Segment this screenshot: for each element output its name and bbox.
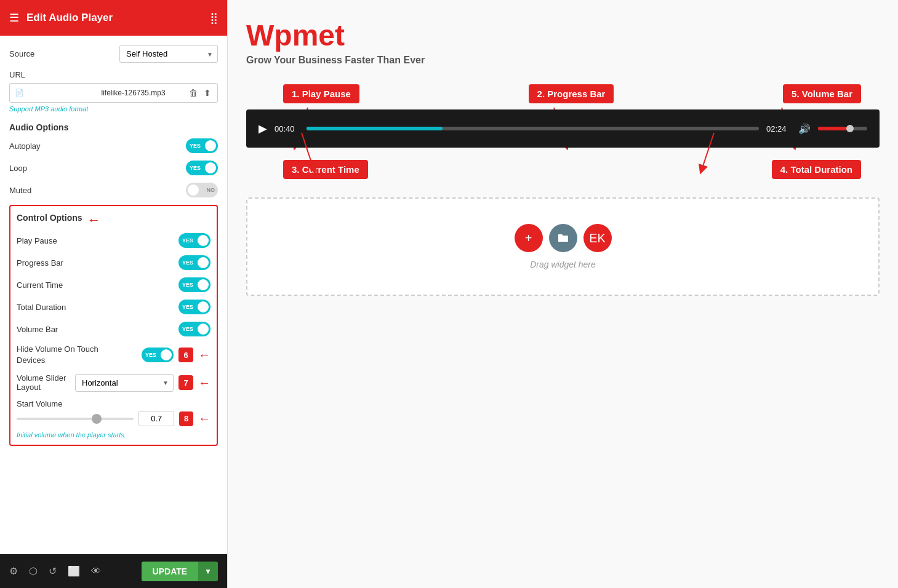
eye-icon[interactable]: 👁 [91, 566, 101, 577]
control-options-title: Control Options [17, 213, 82, 223]
sidebar-content: Source Self Hosted URL 📄 lifelike-126735… [0, 36, 227, 554]
current-time-toggle[interactable]: YES [178, 277, 210, 292]
update-arrow-button[interactable]: ▼ [198, 562, 218, 581]
volume-slider-layout-label: Volume Slider Layout [17, 373, 75, 392]
top-annotations: 1. Play Pause 2. Progress Bar 5. Volume … [246, 84, 880, 103]
bottom-annotations: 3. Current Time 4. Total Duration [246, 160, 880, 179]
volume-bar-control[interactable] [818, 127, 867, 130]
layers-icon[interactable]: ⬡ [29, 565, 38, 577]
source-select[interactable]: Self Hosted [119, 45, 218, 63]
history-icon[interactable]: ↺ [49, 565, 57, 577]
anno3-label: 3. Current Time [283, 160, 368, 179]
brand-subtitle: Grow Your Business Faster Than Ever [246, 55, 880, 66]
anno8-arrow: ← [198, 411, 210, 426]
url-upload-button[interactable]: ⬆ [202, 87, 212, 99]
loop-row: Loop YES [9, 161, 218, 175]
total-duration-label: Total Duration [17, 303, 66, 312]
anno6-arrow: ← [198, 348, 210, 362]
footer-btn-group: UPDATE ▼ [142, 562, 218, 581]
hide-volume-row: Hide Volume On Touch Devices YES 6 ← [17, 344, 210, 366]
sidebar-footer: ⚙ ⬡ ↺ ⬜ 👁 UPDATE ▼ [0, 554, 227, 588]
drag-area: + EK Drag widget here [246, 197, 880, 296]
progress-bar-label: Progress Bar [17, 258, 63, 268]
volume-bar-label: Volume Bar [17, 325, 58, 334]
current-time-display: 00:40 [275, 124, 299, 133]
anno4-label: 4. Total Duration [772, 160, 861, 179]
volume-hint: Initial volume when the player starts. [17, 431, 210, 439]
sidebar-header-left: ☰ Edit Audio Player [9, 11, 113, 25]
progress-fill [307, 127, 443, 130]
main-content: Wpmet Grow Your Business Faster Than Eve… [228, 0, 898, 588]
audio-options-title: Audio Options [9, 122, 218, 132]
volume-slider-select[interactable]: Horizontal [75, 374, 174, 392]
start-volume-label: Start Volume [17, 399, 210, 408]
add-widget-button[interactable]: + [515, 224, 543, 252]
url-actions: 🗑 ⬆ [188, 87, 212, 99]
current-time-row: Current Time YES [17, 277, 210, 292]
control-options-arrow: ← [87, 212, 101, 228]
volume-icon[interactable]: 🔊 [798, 123, 811, 135]
drag-widget-buttons: + EK [515, 224, 612, 252]
total-time-display: 02:24 [766, 124, 791, 133]
url-input-row: 📄 lifelike-126735.mp3 🗑 ⬆ [9, 83, 218, 103]
anno5-label: 5. Volume Bar [783, 84, 861, 103]
hide-volume-toggle[interactable]: YES [142, 348, 174, 362]
brand-title: Wpmet [246, 18, 880, 52]
footer-icons: ⚙ ⬡ ↺ ⬜ 👁 [9, 565, 101, 577]
sidebar-title: Edit Audio Player [26, 12, 113, 24]
grid-icon[interactable]: ⣿ [210, 11, 218, 25]
annotations-area: 1. Play Pause 2. Progress Bar 5. Volume … [246, 84, 880, 179]
anno7-arrow: ← [198, 376, 210, 390]
url-filename: lifelike-126735.mp3 [102, 89, 185, 97]
start-volume-range-row: 8 ← [17, 411, 210, 426]
autoplay-label: Autoplay [9, 141, 41, 151]
current-time-label: Current Time [17, 280, 63, 290]
audio-player: ▶ 00:40 02:24 🔊 [246, 109, 880, 148]
sidebar-header: ☰ Edit Audio Player ⣿ [0, 0, 227, 36]
update-button[interactable]: UPDATE [142, 562, 199, 581]
total-duration-toggle[interactable]: YES [178, 300, 210, 314]
volume-slider-layout-row: Volume Slider Layout Horizontal 7 ← [17, 373, 210, 392]
start-volume-section: Start Volume 8 ← Initial volume when the… [17, 399, 210, 439]
start-volume-input[interactable] [138, 411, 174, 426]
muted-label: Muted [9, 186, 31, 195]
loop-toggle[interactable]: YES [186, 161, 218, 175]
anno7-badge: 7 [178, 375, 193, 390]
progress-bar[interactable] [307, 127, 759, 130]
play-pause-toggle[interactable]: YES [178, 233, 210, 248]
muted-toggle[interactable]: NO [186, 183, 218, 197]
muted-row: Muted NO [9, 183, 218, 197]
volume-handle [846, 125, 854, 132]
start-volume-slider[interactable] [17, 418, 134, 420]
progress-bar-row: Progress Bar YES [17, 255, 210, 270]
url-file-icon: 📄 [15, 89, 98, 97]
volume-bar-toggle[interactable]: YES [178, 322, 210, 336]
url-support-text: Support MP3 audio format [9, 105, 218, 113]
play-pause-label: Play Pause [17, 236, 57, 245]
loop-label: Loop [9, 164, 27, 173]
volume-slider-select-wrapper: Horizontal [75, 374, 174, 392]
anno6-badge: 6 [178, 348, 193, 362]
hamburger-icon[interactable]: ☰ [9, 11, 19, 25]
url-label: URL [9, 70, 218, 79]
control-options-box: Control Options ← Play Pause YES Progres… [9, 205, 218, 446]
source-select-wrapper: Self Hosted [119, 45, 218, 63]
autoplay-toggle[interactable]: YES [186, 138, 218, 153]
responsive-icon[interactable]: ⬜ [68, 565, 80, 577]
app-container: ☰ Edit Audio Player ⣿ Source Self Hosted… [0, 0, 898, 588]
source-row: Source Self Hosted [9, 45, 218, 63]
settings-icon[interactable]: ⚙ [9, 565, 18, 577]
source-label: Source [9, 49, 34, 58]
play-pause-button[interactable]: ▶ [259, 122, 267, 135]
url-delete-button[interactable]: 🗑 [188, 87, 199, 99]
total-duration-row: Total Duration YES [17, 300, 210, 314]
folder-widget-button[interactable] [549, 224, 577, 252]
volume-bar-row: Volume Bar YES [17, 322, 210, 336]
play-pause-row: Play Pause YES [17, 233, 210, 248]
logo-widget-button[interactable]: EK [583, 224, 612, 252]
progress-bar-toggle[interactable]: YES [178, 255, 210, 270]
anno1-label: 1. Play Pause [283, 84, 359, 103]
anno2-label: 2. Progress Bar [529, 84, 614, 103]
sidebar: ☰ Edit Audio Player ⣿ Source Self Hosted… [0, 0, 228, 588]
url-section: URL 📄 lifelike-126735.mp3 🗑 ⬆ Support MP… [9, 70, 218, 113]
